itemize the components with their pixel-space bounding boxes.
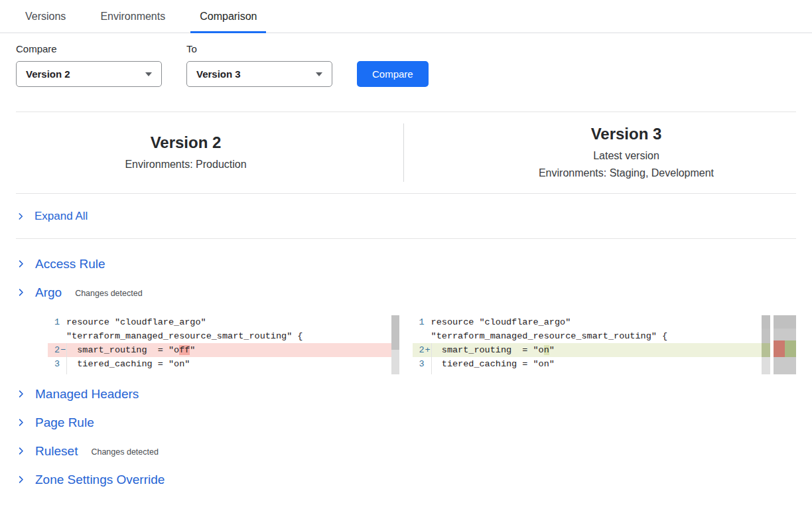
line-sign (60, 315, 66, 329)
compare-version-select[interactable]: Version 2 (16, 61, 162, 87)
version-left-environments: Environments: Production (125, 156, 246, 173)
chevron-right-icon (16, 389, 26, 399)
line-number: 2 (413, 343, 425, 357)
changes-detected-badge: Changes detected (75, 287, 142, 298)
section-label: Page Rule (35, 415, 94, 430)
line-number: 3 (48, 357, 60, 371)
tab-environments[interactable]: Environments (91, 0, 174, 33)
tab-versions[interactable]: Versions (16, 0, 75, 33)
resource-sections: Access Rule Argo Changes detected 1resou… (0, 250, 812, 494)
vertical-divider (403, 123, 404, 182)
diff-right-editor[interactable]: 1resource "cloudflare_argo" "terraform_m… (413, 315, 762, 374)
to-version-select[interactable]: Version 3 (186, 61, 332, 87)
section-page-rule[interactable]: Page Rule (16, 408, 796, 437)
indent-guide (66, 343, 67, 374)
diff-right-scrollbar[interactable] (762, 315, 770, 374)
code-line-added: 2+ smart_routing = "on" (413, 343, 762, 357)
removed-marker (774, 340, 785, 357)
section-label: Argo (35, 285, 62, 300)
caret-down-icon (145, 72, 152, 76)
code-line: 1resource "cloudflare_argo" (48, 315, 391, 329)
line-sign (60, 357, 66, 371)
line-number: 1 (48, 315, 60, 329)
version-right-header: Version 3 Latest version Environments: S… (456, 123, 796, 182)
scrollbar-cap (762, 315, 770, 329)
code-line-wrap: "terraform_managed_resource_smart_routin… (413, 329, 762, 343)
line-number: 3 (413, 357, 425, 371)
diff-overview-ruler (774, 315, 796, 374)
section-managed-headers[interactable]: Managed Headers (16, 380, 796, 408)
to-field-label: To (186, 43, 332, 54)
changes-detected-badge: Changes detected (91, 446, 158, 457)
code-line-removed: 2− smart_routing = "off" (48, 343, 391, 357)
compare-field-label: Compare (16, 43, 162, 54)
code-line: 3 tiered_caching = "on" (413, 357, 762, 371)
code-line-wrap: "terraform_managed_resource_smart_routin… (48, 329, 391, 343)
section-argo[interactable]: Argo Changes detected (16, 278, 796, 307)
line-sign (425, 315, 431, 329)
section-label: Access Rule (35, 257, 105, 271)
tab-comparison[interactable]: Comparison (190, 0, 266, 33)
code-text: tiered_caching = "on" (431, 357, 762, 371)
line-sign (425, 357, 431, 371)
version-left-header: Version 2 Environments: Production (16, 132, 356, 173)
line-number (48, 329, 60, 343)
expand-all-button[interactable]: Expand All (16, 194, 796, 239)
code-text: "terraform_managed_resource_smart_routin… (66, 329, 391, 343)
chevron-right-icon (16, 212, 25, 221)
chevron-right-icon (16, 259, 26, 269)
section-label: Ruleset (35, 444, 78, 459)
chevron-right-icon (16, 417, 26, 427)
expand-all-label: Expand All (34, 210, 88, 223)
ruler-cap (774, 315, 796, 329)
code-line: 1resource "cloudflare_argo" (413, 315, 762, 329)
code-text: "terraform_managed_resource_smart_routin… (431, 329, 762, 343)
version-headers: Version 2 Environments: Production Versi… (16, 112, 796, 194)
line-number: 2 (48, 343, 60, 357)
section-zone-settings-override[interactable]: Zone Settings Override (16, 465, 796, 494)
version-left-title: Version 2 (151, 132, 222, 153)
chevron-right-icon (16, 475, 26, 485)
version-right-title: Version 3 (591, 123, 662, 144)
code-text: smart_routing = "on" (431, 343, 762, 357)
pane-gap (399, 315, 413, 374)
removed-sign: − (60, 343, 66, 357)
removed-word-highlight: ff (179, 345, 190, 355)
line-sign (60, 329, 66, 343)
indent-guide (431, 343, 432, 374)
section-label: Managed Headers (35, 387, 139, 402)
added-line-marker (762, 343, 770, 357)
line-sign (425, 329, 431, 343)
version-right-environments: Environments: Staging, Development (539, 165, 714, 182)
compare-field: Compare Version 2 (16, 43, 162, 87)
chevron-right-icon (16, 287, 26, 297)
line-number: 1 (413, 315, 425, 329)
added-sign: + (425, 343, 431, 357)
added-marker (785, 340, 796, 357)
version-right-latest: Latest version (593, 147, 659, 165)
added-word-highlight: n (544, 345, 549, 355)
section-label: Zone Settings Override (35, 473, 165, 487)
to-version-value: Version 3 (196, 68, 241, 80)
compare-controls: Compare Version 2 To Version 3 Compare (0, 33, 812, 87)
section-ruleset[interactable]: Ruleset Changes detected (16, 437, 796, 465)
diff-left-editor[interactable]: 1resource "cloudflare_argo" "terraform_m… (48, 315, 391, 374)
code-text: smart_routing = "off" (66, 343, 391, 357)
code-line: 3 tiered_caching = "on" (48, 357, 391, 371)
compare-button[interactable]: Compare (357, 61, 429, 87)
code-text: resource "cloudflare_argo" (431, 315, 762, 329)
diff-left-scrollbar[interactable] (391, 315, 399, 374)
chevron-right-icon (16, 446, 26, 456)
code-text: resource "cloudflare_argo" (66, 315, 391, 329)
tab-bar: Versions Environments Comparison (0, 0, 812, 33)
diff-change-band (774, 340, 796, 357)
code-text: tiered_caching = "on" (66, 357, 391, 371)
argo-diff-viewer: 1resource "cloudflare_argo" "terraform_m… (48, 315, 796, 374)
section-access-rule[interactable]: Access Rule (16, 250, 796, 278)
compare-version-value: Version 2 (26, 68, 70, 80)
line-number (413, 329, 425, 343)
to-field: To Version 3 (186, 43, 332, 87)
caret-down-icon (316, 72, 322, 76)
scrollbar-thumb[interactable] (391, 315, 399, 350)
